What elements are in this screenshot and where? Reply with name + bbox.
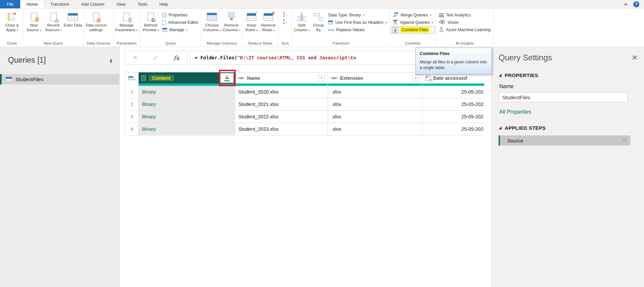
cell-name[interactable]: Student_2022.xlsx	[235, 111, 328, 123]
keep-rows-icon: ✓	[247, 13, 256, 21]
cell-extension[interactable]: .xlsx	[328, 98, 422, 110]
chevron-down-icon: ▾	[321, 76, 322, 79]
refresh-icon: ↻	[151, 17, 156, 23]
combine-files-button[interactable]: ⇊ Combine Files	[391, 26, 435, 34]
text-analytics-button[interactable]: Text Analytics	[437, 11, 492, 19]
close-apply-button[interactable]: ×↑ Close & Apply ▾	[2, 10, 22, 40]
use-first-row-as-headers-button[interactable]: Use First Row as Headers ▾	[326, 19, 388, 26]
group-label-reduce-rows: Reduce Rows	[243, 40, 277, 47]
tab-add-column[interactable]: Add Column	[75, 0, 110, 8]
data-type-button[interactable]: Data Type: Binary ▾	[326, 11, 388, 19]
table-select-button[interactable]: ▾	[125, 72, 139, 83]
tab-help[interactable]: Help	[153, 0, 174, 8]
vision-button[interactable]: Vision	[437, 19, 492, 26]
cell-extension[interactable]: .xlsx	[328, 111, 422, 123]
filter-button[interactable]: ▾	[413, 75, 419, 81]
tab-home[interactable]: Home	[20, 0, 44, 8]
advanced-editor-button[interactable]: Advanced Editor	[160, 19, 200, 26]
tab-transform[interactable]: Transform	[44, 0, 76, 8]
group-label-sort: Sort	[279, 40, 290, 47]
properties-button[interactable]: Properties	[160, 11, 200, 19]
chevron-down-icon: ▾	[415, 76, 416, 79]
applied-steps-section-header[interactable]: APPLIED STEPS	[499, 125, 637, 131]
chevron-down-icon: ▾	[385, 21, 387, 24]
tab-file[interactable]: File	[0, 0, 20, 8]
group-label-data-sources: Data Sources	[85, 40, 112, 47]
query-list-item-studentfiles[interactable]: StudentFiles	[0, 74, 119, 84]
cell-content[interactable]: Binary	[139, 123, 235, 135]
table-row[interactable]: 4 Binary Student_2023.xlsx .xlsx 25-05-2…	[125, 123, 484, 135]
table-row[interactable]: 2 Binary Student_2021.xlsx .xlsx 25-05-2…	[125, 98, 484, 111]
formula-fx-icon[interactable]: fx	[174, 54, 179, 61]
recent-sources-button[interactable]: ◷ Recent Sources ▾	[44, 10, 63, 40]
collapse-ribbon-icon[interactable]	[624, 3, 628, 7]
cell-date-accessed[interactable]: 25-05-202	[422, 123, 484, 135]
enter-data-button[interactable]: Enter Data	[63, 10, 83, 40]
collapse-section-icon	[499, 74, 502, 77]
choose-columns-button[interactable]: Choose Columns ▾	[202, 10, 222, 40]
replace-values-button[interactable]: 1↳2 Replace Values	[326, 26, 388, 34]
ribbon-group-data-sources: ⚙ Data source settings Data Sources	[84, 9, 114, 47]
new-source-icon	[31, 13, 37, 21]
append-queries-button[interactable]: Append Queries ▾	[391, 19, 435, 26]
query-settings-pane: Query Settings × PROPERTIES Name All Pro…	[492, 47, 644, 287]
tab-view[interactable]: View	[110, 0, 132, 8]
azure-machine-learning-button[interactable]: Azure Machine Learning	[437, 26, 492, 34]
formula-cancel-icon[interactable]: ×	[133, 53, 137, 62]
cell-name[interactable]: Student_2021.xlsx	[235, 98, 328, 110]
cell-extension[interactable]: .xlsx	[328, 86, 422, 98]
cell-date-accessed[interactable]: 25-05-202	[422, 98, 484, 110]
split-column-button[interactable]: ▾ Split Column ▾	[293, 10, 310, 40]
manage-parameters-button[interactable]: Manage Parameters ▾	[115, 10, 138, 40]
sort-ascending-button[interactable]: AZ ↓	[283, 11, 287, 17]
applied-step-source[interactable]: Source ⚙	[499, 135, 630, 146]
table-row[interactable]: 3 Binary Student_2022.xlsx .xlsx 25-05-2…	[125, 111, 484, 123]
table-headers-icon	[328, 20, 333, 24]
database-icon	[35, 17, 39, 22]
keep-rows-button[interactable]: ✓ Keep Rows ▾	[243, 10, 260, 40]
query-name-input[interactable]	[499, 92, 628, 102]
tab-tools[interactable]: Tools	[132, 0, 153, 8]
cell-name[interactable]: Student_2020.xlsx	[235, 86, 328, 98]
group-label-transform: Transform	[293, 40, 388, 47]
annotation-red-box	[219, 70, 236, 86]
cell-content[interactable]: Binary	[139, 86, 235, 98]
column-header-extension[interactable]: ABC Extension ▾	[328, 72, 422, 83]
sort-descending-button[interactable]: ZA ↓	[283, 19, 287, 25]
close-icon[interactable]: ×	[632, 53, 637, 62]
filter-button[interactable]: ▾	[318, 75, 325, 81]
formula-commit-icon[interactable]: ✓	[153, 54, 158, 62]
chevron-down-icon: ▾	[134, 78, 135, 81]
cell-content[interactable]: Binary	[139, 111, 235, 123]
cell-extension[interactable]: .xlsx	[328, 123, 422, 135]
chevron-down-icon: ▾	[60, 29, 62, 32]
collapse-queries-pane-icon[interactable]: ‹	[109, 56, 112, 65]
table-row[interactable]: 1 Binary Student_2020.xlsx .xlsx 25-05-2…	[125, 86, 484, 98]
refresh-preview-button[interactable]: ↻ Refresh Preview ▾	[141, 10, 160, 40]
properties-section-header[interactable]: PROPERTIES	[499, 72, 637, 78]
column-header-name[interactable]: ABC Name ▾	[235, 72, 328, 83]
manage-button[interactable]: Manage ▾	[160, 26, 200, 34]
merge-queries-button[interactable]: Merge Queries ▾	[391, 11, 435, 19]
properties-icon	[162, 13, 167, 17]
ribbon-group-query: ↻ Refresh Preview ▾ Properties Advanced …	[140, 9, 201, 47]
gear-icon[interactable]: ⚙	[622, 137, 627, 144]
cell-date-accessed[interactable]: 25-05-202	[422, 86, 484, 98]
help-icon[interactable]: ?	[633, 1, 639, 7]
clock-icon: ◷	[54, 18, 59, 23]
all-properties-link[interactable]: All Properties	[499, 109, 637, 115]
cell-date-accessed[interactable]: 25-05-202	[422, 111, 484, 123]
remove-columns-button[interactable]: × Remove Columns ▾	[222, 10, 241, 40]
cell-content[interactable]: Binary	[139, 98, 235, 110]
group-by-button[interactable]: Group By	[310, 10, 326, 40]
group-by-icon	[314, 13, 323, 20]
row-number: 1	[125, 86, 139, 98]
cell-name[interactable]: Student_2023.xlsx	[235, 123, 328, 135]
data-source-settings-button[interactable]: ⚙ Data source settings	[85, 10, 107, 40]
remove-rows-button[interactable]: × Remove Rows ▾	[260, 10, 277, 40]
text-analytics-icon	[439, 13, 444, 17]
column-quality-bar	[125, 83, 484, 86]
chevron-down-icon: ▾	[157, 29, 159, 32]
chevron-down-icon: ▾	[430, 14, 431, 17]
new-source-button[interactable]: New Source ▾	[24, 10, 44, 40]
